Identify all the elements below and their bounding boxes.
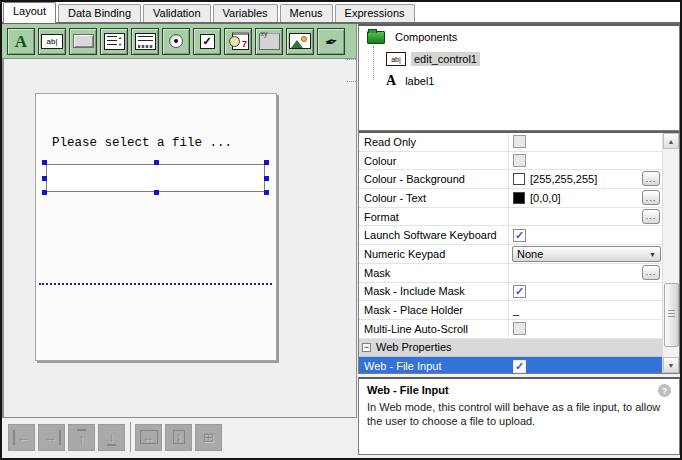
properties-panel: Read OnlyColourColour - Background[255,2… (358, 131, 680, 374)
property-name: Launch Software Keyboard (359, 226, 509, 244)
text-value: _ (513, 304, 519, 316)
table-tool-button[interactable] (131, 28, 159, 55)
ellipsis-button[interactable]: ... (642, 265, 660, 280)
property-row-launch-software-keyboard[interactable]: Launch Software Keyboard✓ (359, 226, 679, 245)
property-name: Numeric Keypad (359, 245, 509, 263)
align-bottom-button[interactable]: ↓ (98, 424, 125, 451)
checkbox-checked[interactable]: ✓ (513, 229, 526, 242)
tree-root-components[interactable]: Components (359, 26, 679, 48)
tree-item-label: label1 (402, 74, 437, 88)
ellipsis-button[interactable]: ... (642, 190, 660, 205)
checkbox-unchecked[interactable] (513, 154, 526, 167)
property-row-format[interactable]: Format... (359, 208, 679, 227)
design-canvas[interactable]: Please select a file ... (2, 58, 357, 418)
image-icon (289, 33, 311, 49)
collapse-icon[interactable]: − (362, 343, 371, 352)
property-row-web-file-input[interactable]: Web - File Input✓ (359, 357, 679, 374)
ellipsis-button[interactable]: ... (642, 171, 660, 186)
property-row-numeric-keypad[interactable]: Numeric KeypadNone▼ (359, 245, 679, 264)
tab-menus[interactable]: Menus (280, 4, 333, 23)
property-row-colour-background[interactable]: Colour - Background[255,255,255]... (359, 170, 679, 189)
make-same-size-button[interactable]: ⊞ (195, 424, 222, 451)
radio-button-tool-button[interactable] (162, 28, 190, 55)
color-swatch (513, 192, 525, 204)
property-value: ✓ (509, 283, 663, 301)
property-name: Mask - Place Holder (359, 301, 509, 319)
signature-tool-button[interactable]: ✒ (317, 28, 345, 55)
property-name: −Web Properties (359, 339, 452, 357)
align-right-icon: → (43, 430, 61, 445)
push-button-tool-button[interactable] (69, 28, 97, 55)
tab-variables[interactable]: Variables (213, 4, 278, 23)
edit-control-tool-button[interactable]: ab| (38, 28, 66, 55)
property-value: [0,0,0]... (509, 189, 663, 207)
toolbar-separator (130, 422, 131, 452)
checkbox-unchecked[interactable] (513, 322, 526, 335)
property-row-mask-include-mask[interactable]: Mask - Include Mask✓ (359, 283, 679, 302)
chevron-down-icon: ▼ (649, 251, 656, 258)
color-swatch (513, 173, 525, 185)
property-row-multi-line-auto-scroll[interactable]: Multi-Line Auto-Scroll (359, 320, 679, 339)
checkbox-checked[interactable]: ✓ (513, 285, 526, 298)
property-value: None▼ (509, 245, 663, 263)
tab-layout[interactable]: Layout (3, 2, 56, 23)
tree-item-edit-control1[interactable]: ab|edit_control1 (359, 48, 679, 70)
check-box-tool-button[interactable]: ✓ (193, 28, 221, 55)
radio-button-icon (169, 34, 183, 48)
date-time-tool-button[interactable]: 7 (224, 28, 252, 55)
align-right-button[interactable]: → (38, 424, 65, 451)
tab-strip: LayoutData BindingValidationVariablesMen… (3, 2, 680, 23)
scroll-up-icon[interactable]: ▲ (663, 133, 679, 149)
placeholder-tool-button[interactable]: xy (255, 28, 283, 55)
date-time-icon: 7 (227, 32, 249, 50)
property-category-web-properties[interactable]: −Web Properties (359, 339, 679, 358)
make-same-height-icon: ↕ (173, 430, 185, 444)
tree-stub (347, 81, 356, 82)
property-value: ✓ (509, 226, 663, 244)
tab-validation[interactable]: Validation (143, 4, 211, 23)
make-same-height-button[interactable]: ↕ (165, 424, 192, 451)
property-value (509, 320, 663, 338)
ellipsis-button[interactable]: ... (642, 209, 660, 224)
canvas-label[interactable]: Please select a file ... (52, 136, 232, 150)
align-top-button[interactable]: ↑ (68, 424, 95, 451)
check-box-icon: ✓ (200, 34, 215, 49)
signature-icon: ✒ (323, 32, 338, 49)
color-value: [0,0,0] (530, 192, 561, 204)
page-boundary-dotted-line (39, 283, 272, 285)
edit-control-icon: ab| (386, 52, 406, 66)
property-row-mask[interactable]: Mask... (359, 264, 679, 283)
property-row-colour[interactable]: Colour (359, 152, 679, 171)
image-tool-button[interactable] (286, 28, 314, 55)
property-row-colour-text[interactable]: Colour - Text[0,0,0]... (359, 189, 679, 208)
checkbox-unchecked[interactable] (513, 135, 526, 148)
form-page[interactable]: Please select a file ... (35, 93, 277, 361)
combo-box-icon: ▲▼ (104, 33, 125, 50)
label-tool-button[interactable]: A (7, 28, 35, 55)
help-icon[interactable]: ? (658, 384, 671, 397)
folder-icon (367, 31, 385, 44)
align-left-button[interactable]: ← (8, 424, 35, 451)
checkbox-checked[interactable]: ✓ (513, 360, 526, 373)
align-left-icon: ← (13, 430, 31, 445)
tab-expressions[interactable]: Expressions (335, 4, 415, 23)
align-top-icon: ↑ (77, 429, 86, 446)
property-row-mask-place-holder[interactable]: Mask - Place Holder_ (359, 301, 679, 320)
make-same-width-button[interactable]: ↔ (135, 424, 162, 451)
properties-scrollbar[interactable]: ▲ ▼ (662, 133, 679, 373)
property-description-panel: Web - File Input ? In Web mode, this con… (358, 377, 680, 455)
property-row-read-only[interactable]: Read Only (359, 133, 679, 152)
tree-item-label1[interactable]: Alabel1 (359, 70, 679, 92)
combo-box-tool-button[interactable]: ▲▼ (100, 28, 128, 55)
property-name: Read Only (359, 133, 509, 151)
tab-data-binding[interactable]: Data Binding (58, 4, 141, 23)
scroll-down-icon[interactable]: ▼ (663, 357, 679, 373)
property-name: Colour - Text (359, 189, 509, 207)
dropdown-numeric-keypad[interactable]: None▼ (512, 246, 661, 262)
property-value (509, 152, 663, 170)
form-designer-window: LayoutData BindingValidationVariablesMen… (0, 0, 682, 460)
color-value: [255,255,255] (530, 173, 597, 185)
scrollbar-thumb[interactable] (664, 283, 679, 347)
canvas-edit-control[interactable] (46, 164, 265, 192)
tree-stub (347, 59, 356, 60)
